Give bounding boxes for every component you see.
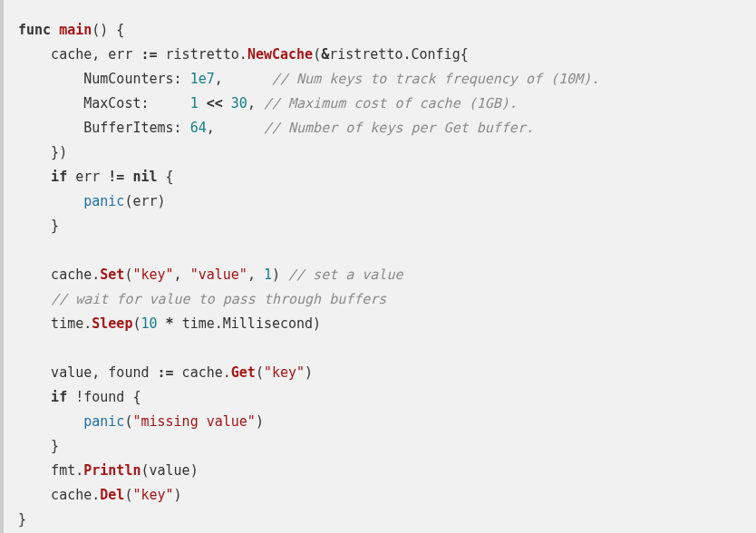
punc: (err): [124, 193, 165, 209]
code-text: value, found: [18, 364, 158, 381]
str-literal: "key": [132, 487, 173, 503]
comment: // Maximum cost of cache (1GB).: [264, 95, 518, 111]
num-literal: 64: [190, 120, 207, 136]
punc: () {: [92, 22, 124, 38]
punc: }: [18, 218, 59, 234]
keyword-if: if: [18, 169, 67, 185]
op-amp: &: [321, 46, 329, 63]
punc: ,: [247, 95, 264, 111]
code-text: err: [67, 169, 108, 185]
punc: ,: [215, 71, 272, 87]
fn-panic: panic: [83, 413, 124, 430]
punc: ): [256, 413, 264, 430]
comment: // set a value: [288, 266, 402, 283]
indent: [18, 291, 51, 307]
code-text: !found {: [67, 389, 141, 405]
op-neq: !=: [108, 169, 124, 185]
op-shift: <<: [199, 95, 231, 111]
fn-sleep: Sleep: [92, 315, 132, 332]
punc: ): [174, 487, 182, 503]
code-text: cache.: [174, 364, 231, 381]
code-text: ristretto.Config{: [329, 46, 469, 63]
fn-panic: panic: [83, 193, 124, 209]
str-literal: "key": [132, 266, 173, 283]
op-assign: :=: [158, 364, 174, 381]
code-text: cache.: [18, 266, 100, 283]
fn-main: main: [59, 22, 92, 38]
code-block: func main() { cache, err := ristretto.Ne…: [18, 18, 741, 532]
punc: }): [18, 144, 67, 160]
indent: [18, 413, 83, 430]
num-literal: 1e7: [190, 71, 215, 87]
code-text: cache, err: [18, 46, 141, 63]
comment: // Number of keys per Get buffer.: [264, 120, 534, 136]
indent: [18, 193, 83, 209]
code-text: time.Millisecond): [182, 315, 322, 332]
str-literal: "value": [190, 266, 247, 283]
keyword-if: if: [18, 389, 67, 405]
fn-get: Get: [231, 364, 256, 381]
fn-set: Set: [100, 266, 124, 283]
num-literal: 1: [190, 95, 199, 111]
keyword-func: func: [18, 22, 51, 38]
fn-newcache: NewCache: [247, 46, 313, 63]
field-numcounters: NumCounters:: [18, 71, 190, 87]
code-text: ristretto.: [158, 46, 247, 63]
str-literal: "missing value": [132, 413, 255, 430]
field-bufferitems: BufferItems:: [18, 120, 190, 136]
num-literal: 30: [231, 95, 247, 111]
punc: ,: [174, 266, 190, 283]
code-text: time.: [18, 315, 92, 332]
op-mul: *: [158, 315, 182, 332]
comment: // wait for value to pass through buffer…: [51, 291, 386, 307]
code-text: fmt.: [18, 462, 83, 479]
num-literal: 1: [264, 266, 272, 283]
op-assign: :=: [141, 46, 157, 63]
keyword-nil: nil: [124, 169, 157, 185]
punc: }: [18, 438, 59, 454]
punc: ,: [207, 120, 264, 136]
field-maxcost: MaxCost:: [18, 95, 190, 111]
punc: {: [158, 169, 174, 185]
punc: ): [305, 364, 313, 381]
comment: // Num keys to track frequency of (10M).: [272, 71, 599, 87]
fn-del: Del: [100, 487, 124, 503]
punc: ): [272, 266, 288, 283]
str-literal: "key": [264, 364, 305, 381]
punc: ,: [247, 266, 264, 283]
punc: (: [256, 364, 264, 381]
punc: (: [313, 46, 321, 63]
code-text: cache.: [18, 487, 100, 503]
num-literal: 10: [141, 315, 157, 332]
punc: }: [18, 511, 26, 528]
fn-println: Println: [83, 462, 141, 479]
punc: (value): [141, 462, 198, 479]
